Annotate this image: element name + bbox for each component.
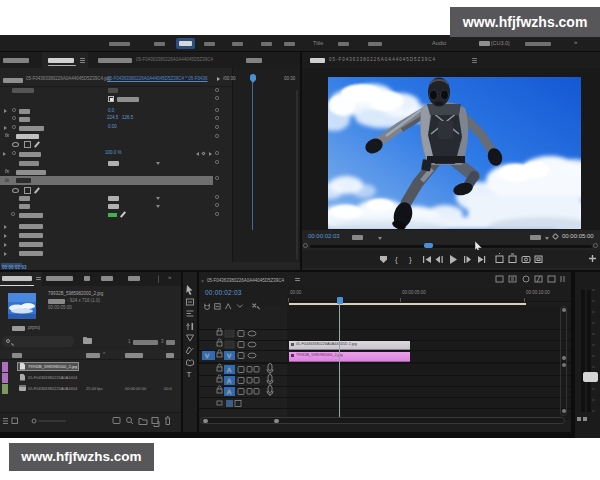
svg-text:A: A [227,378,231,384]
svg-text:T: T [187,370,192,379]
svg-text:{: { [395,255,398,264]
svg-text:}: } [409,255,412,264]
svg-text:A: A [227,389,231,395]
svg-text:A: A [227,367,231,373]
svg-text:V: V [227,353,231,359]
svg-text:V: V [205,353,209,359]
